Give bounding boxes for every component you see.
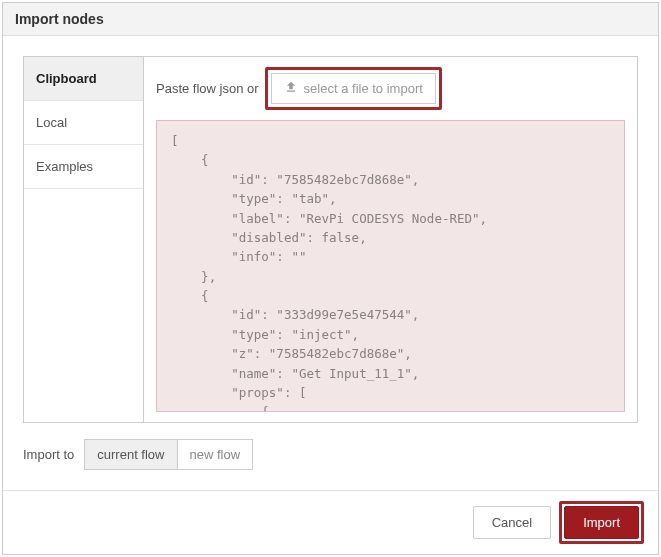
paste-label: Paste flow json or [156, 81, 259, 96]
source-tabs: Clipboard Local Examples [24, 57, 144, 422]
tab-examples[interactable]: Examples [24, 145, 143, 189]
import-to-row: Import to current flow new flow [23, 439, 638, 470]
select-file-button[interactable]: select a file to import [271, 73, 436, 104]
import-button[interactable]: Import [564, 506, 639, 539]
import-to-label: Import to [23, 447, 74, 462]
import-dialog: Import nodes Clipboard Local Examples Pa… [2, 2, 659, 555]
upper-panel: Clipboard Local Examples Paste flow json… [23, 56, 638, 423]
upload-icon [284, 80, 298, 97]
import-to-current[interactable]: current flow [84, 439, 176, 470]
flow-json-textarea[interactable] [156, 120, 625, 412]
dialog-header: Import nodes [3, 3, 658, 36]
dialog-body: Clipboard Local Examples Paste flow json… [3, 36, 658, 490]
import-to-group: current flow new flow [84, 439, 253, 470]
import-to-new[interactable]: new flow [177, 439, 254, 470]
clipboard-pane: Paste flow json or select a file to impo… [144, 57, 637, 422]
dialog-footer: Cancel Import [3, 490, 658, 554]
select-file-label: select a file to import [304, 81, 423, 96]
select-file-highlight: select a file to import [265, 67, 442, 110]
tab-clipboard[interactable]: Clipboard [24, 57, 143, 101]
import-highlight: Import [559, 501, 644, 544]
paste-row: Paste flow json or select a file to impo… [156, 67, 625, 110]
tab-local[interactable]: Local [24, 101, 143, 145]
cancel-button[interactable]: Cancel [473, 506, 551, 539]
dialog-title: Import nodes [15, 11, 104, 27]
